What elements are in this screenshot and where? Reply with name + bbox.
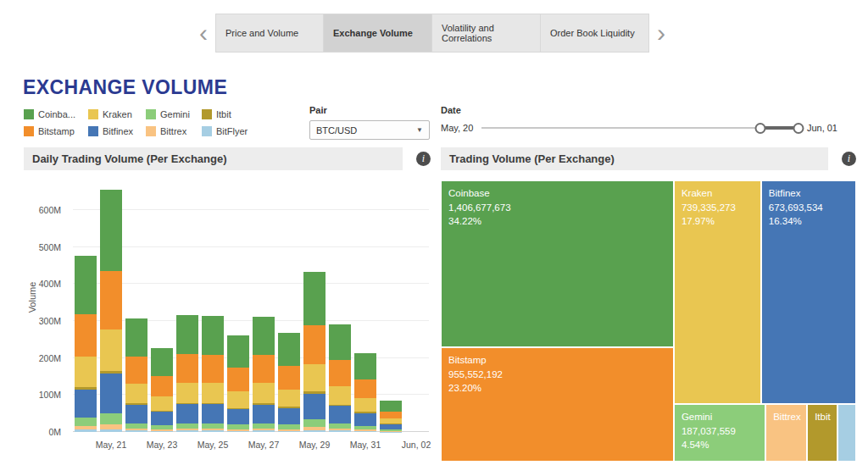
bar-stack[interactable] xyxy=(227,335,249,432)
treemap-tile-bittrex[interactable]: Bittrex xyxy=(765,404,807,462)
bar-segment-bitstamp[interactable] xyxy=(303,325,326,363)
bar-stack[interactable] xyxy=(253,317,275,432)
bar-segment-coinbase[interactable] xyxy=(151,348,173,376)
bar-segment-bitstamp[interactable] xyxy=(100,271,122,329)
bar-segment-bitflyer[interactable] xyxy=(125,430,147,432)
bar-segment-bitstamp[interactable] xyxy=(354,379,376,399)
bar-segment-kraken[interactable] xyxy=(329,386,351,405)
bar-segment-kraken[interactable] xyxy=(278,390,300,407)
slider-track[interactable] xyxy=(481,127,798,129)
bar-segment-coinbase[interactable] xyxy=(100,190,122,270)
bar-segment-coinbase[interactable] xyxy=(329,324,351,360)
bar-segment-bitflyer[interactable] xyxy=(100,429,122,432)
legend-item-coinba[interactable]: Coinba... xyxy=(24,109,88,119)
legend-item-bitflyer[interactable]: BitFlyer xyxy=(202,126,246,136)
bar-segment-kraken[interactable] xyxy=(227,391,249,408)
bar-stack[interactable] xyxy=(303,272,326,432)
bar-segment-kraken[interactable] xyxy=(354,398,376,412)
info-icon[interactable]: i xyxy=(842,152,856,166)
bar-segment-kraken[interactable] xyxy=(125,384,147,403)
bar-segment-bitflyer[interactable] xyxy=(176,430,198,432)
bar-stack[interactable] xyxy=(75,256,97,432)
info-icon[interactable]: i xyxy=(416,152,431,166)
bar-segment-bitfinex[interactable] xyxy=(176,404,198,423)
bar-stack[interactable] xyxy=(100,190,122,432)
bar-segment-gemini[interactable] xyxy=(100,413,122,424)
bar-segment-coinbase[interactable] xyxy=(202,316,224,355)
bar-stack[interactable] xyxy=(202,316,224,432)
bar-segment-bitflyer[interactable] xyxy=(227,431,249,432)
legend-item-bitstamp[interactable]: Bitstamp xyxy=(24,126,88,136)
bar-segment-coinbase[interactable] xyxy=(380,401,402,411)
bar-segment-coinbase[interactable] xyxy=(303,272,326,325)
bar-segment-bitfinex[interactable] xyxy=(278,408,300,424)
bar-segment-bitflyer[interactable] xyxy=(75,429,97,432)
bar-segment-bitflyer[interactable] xyxy=(278,431,300,432)
bar-stack[interactable] xyxy=(151,348,173,432)
legend-item-bitfinex[interactable]: Bitfinex xyxy=(88,126,146,136)
bar-segment-bitflyer[interactable] xyxy=(303,430,326,432)
bar-segment-bitstamp[interactable] xyxy=(227,368,249,391)
bar-segment-bitflyer[interactable] xyxy=(253,430,275,432)
pair-select[interactable]: BTC/USD ▼ xyxy=(309,120,430,140)
slider-handle-right[interactable] xyxy=(793,123,804,134)
bar-segment-bitflyer[interactable] xyxy=(354,431,376,432)
tab-order-book-liquidity[interactable]: Order Book Liquidity xyxy=(541,14,649,53)
treemap-tile-kraken[interactable]: Kraken739,335,27317.97% xyxy=(674,180,761,404)
bar-segment-bitfinex[interactable] xyxy=(303,394,326,420)
legend-item-kraken[interactable]: Kraken xyxy=(88,109,146,119)
bar-stack[interactable] xyxy=(125,318,147,432)
bar-segment-coinbase[interactable] xyxy=(227,335,249,368)
bar-segment-bitstamp[interactable] xyxy=(278,366,300,390)
treemap-tile-coinbase[interactable]: Coinbase1,406,677,67334.22% xyxy=(441,180,674,347)
bar-segment-bitflyer[interactable] xyxy=(151,431,173,432)
bar-segment-bitfinex[interactable] xyxy=(202,404,224,423)
bar-segment-gemini[interactable] xyxy=(75,418,97,426)
bar-segment-bitfinex[interactable] xyxy=(253,405,275,423)
next-tab-icon[interactable]: › xyxy=(657,14,665,53)
date-slider[interactable] xyxy=(481,122,798,133)
treemap-tile-bitflyer[interactable] xyxy=(837,404,856,462)
treemap-tile-gemini[interactable]: Gemini187,037,5594.54% xyxy=(674,404,765,462)
treemap-tile-bitfinex[interactable]: Bitfinex673,693,53416.34% xyxy=(761,180,856,404)
bar-segment-bitstamp[interactable] xyxy=(329,360,351,386)
bar-segment-coinbase[interactable] xyxy=(278,333,300,366)
bar-segment-kraken[interactable] xyxy=(151,396,173,411)
bar-segment-coinbase[interactable] xyxy=(125,318,147,357)
bar-segment-coinbase[interactable] xyxy=(75,256,97,314)
bar-segment-bitflyer[interactable] xyxy=(202,430,224,432)
bar-segment-bitstamp[interactable] xyxy=(380,412,402,419)
bar-segment-coinbase[interactable] xyxy=(253,317,275,355)
bar-stack[interactable] xyxy=(380,401,402,432)
bar-segment-coinbase[interactable] xyxy=(176,315,198,354)
legend-item-gemini[interactable]: Gemini xyxy=(146,109,202,119)
bar-segment-bitfinex[interactable] xyxy=(227,409,249,424)
bar-segment-bitfinex[interactable] xyxy=(329,406,351,423)
bar-segment-bitstamp[interactable] xyxy=(176,354,198,383)
bar-segment-bitfinex[interactable] xyxy=(354,413,376,426)
bar-segment-kraken[interactable] xyxy=(100,329,122,371)
bar-stack[interactable] xyxy=(354,353,376,432)
tab-exchange-volume[interactable]: Exchange Volume xyxy=(324,14,432,53)
bar-segment-kraken[interactable] xyxy=(75,357,97,387)
legend-item-itbit[interactable]: Itbit xyxy=(202,109,246,119)
bar-segment-kraken[interactable] xyxy=(202,383,224,403)
prev-tab-icon[interactable]: ‹ xyxy=(199,14,208,53)
bar-segment-bitstamp[interactable] xyxy=(253,355,275,383)
bar-segment-bitstamp[interactable] xyxy=(125,357,147,384)
treemap-tile-bitstamp[interactable]: Bitstamp955,552,19223.20% xyxy=(441,347,674,462)
bar-segment-kraken[interactable] xyxy=(303,364,326,391)
bar-stack[interactable] xyxy=(329,324,351,432)
bar-segment-bitfinex[interactable] xyxy=(100,374,122,412)
bar-segment-coinbase[interactable] xyxy=(354,353,376,379)
bar-segment-bitfinex[interactable] xyxy=(125,405,147,423)
bar-segment-bitflyer[interactable] xyxy=(329,430,351,432)
bar-segment-bitfinex[interactable] xyxy=(151,412,173,425)
treemap-tile-itbit[interactable]: Itbit xyxy=(807,404,837,462)
tab-price-and-volume[interactable]: Price and Volume xyxy=(215,14,324,53)
bar-segment-bitstamp[interactable] xyxy=(202,355,224,383)
bar-segment-bitfinex[interactable] xyxy=(75,390,97,418)
tab-volatility-and-correlations[interactable]: Volatility and Correlations xyxy=(432,14,541,53)
bar-segment-bitstamp[interactable] xyxy=(151,376,173,396)
bar-segment-bitstamp[interactable] xyxy=(75,314,97,357)
